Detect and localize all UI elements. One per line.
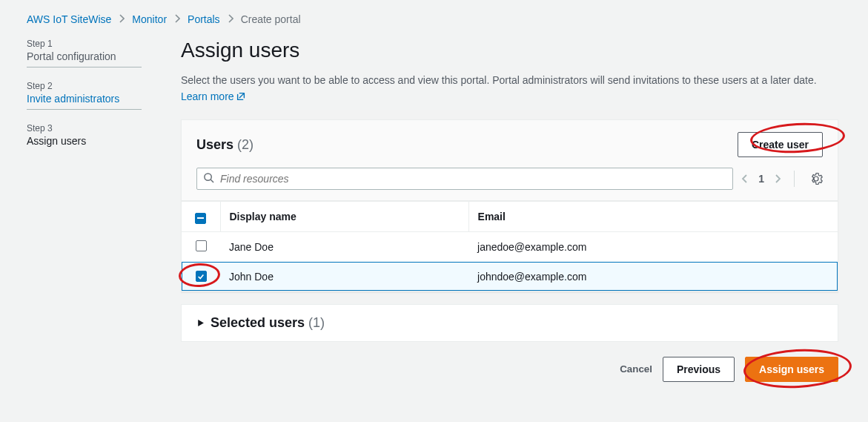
cancel-button[interactable]: Cancel (620, 363, 652, 375)
page-prev-icon[interactable] (739, 173, 751, 185)
step-title: Portal configuration (27, 49, 178, 62)
breadcrumb-sep (174, 13, 180, 25)
breadcrumb-portals[interactable]: Portals (188, 13, 220, 25)
cell-display-name: Jane Doe (220, 231, 468, 262)
users-panel: Users (2) Create user (181, 119, 838, 291)
table-row[interactable]: John Doe johndoe@example.com (182, 262, 838, 291)
wizard-step-nav: Step 1 Portal configuration Step 2 Invit… (0, 39, 178, 382)
step-num: Step 3 (27, 123, 178, 133)
row-checkbox[interactable] (196, 240, 207, 251)
divider (794, 171, 795, 187)
breadcrumb-root[interactable]: AWS IoT SiteWise (27, 13, 111, 25)
breadcrumb: AWS IoT SiteWise Monitor Portals Create … (0, 0, 868, 39)
page-title: Assign users (181, 39, 838, 62)
row-checkbox[interactable] (196, 271, 207, 282)
step-num: Step 1 (27, 39, 178, 49)
step-num: Step 2 (27, 81, 178, 91)
step-title: Assign users (27, 133, 178, 147)
page-next-icon[interactable] (772, 173, 783, 185)
select-all-checkbox[interactable] (195, 213, 206, 224)
search-icon (203, 172, 214, 185)
step-1[interactable]: Step 1 Portal configuration (27, 39, 178, 67)
wizard-footer: Cancel Previous Assign users (181, 357, 838, 382)
col-display-name[interactable]: Display name (220, 202, 468, 231)
step-3[interactable]: Step 3 Assign users (27, 123, 178, 147)
col-email[interactable]: Email (468, 202, 838, 231)
cell-email: janedoe@example.com (468, 231, 838, 262)
learn-more-link[interactable]: Learn more (181, 90, 246, 102)
cell-email: johndoe@example.com (468, 262, 838, 291)
expand-triangle-icon (196, 315, 205, 331)
breadcrumb-monitor[interactable]: Monitor (132, 13, 167, 25)
search-input-wrapper[interactable] (196, 168, 733, 190)
svg-point-0 (205, 174, 211, 180)
users-table: Display name Email Jane Doe janedoe@exam… (182, 201, 838, 291)
breadcrumb-sep (228, 13, 233, 25)
selected-users-panel[interactable]: Selected users (1) (181, 304, 838, 342)
assign-users-button[interactable]: Assign users (745, 357, 838, 382)
search-input[interactable] (220, 173, 726, 185)
pagination: 1 (739, 171, 823, 187)
breadcrumb-current: Create portal (241, 13, 301, 25)
step-title: Invite administrators (27, 91, 178, 105)
breadcrumb-sep (119, 13, 125, 25)
previous-button[interactable]: Previous (663, 357, 735, 382)
page-description: Select the users you want to be able to … (181, 73, 833, 106)
external-link-icon (236, 90, 246, 107)
settings-gear-icon[interactable] (809, 172, 823, 185)
page-number: 1 (758, 173, 764, 185)
cell-display-name: John Doe (220, 262, 468, 291)
step-2[interactable]: Step 2 Invite administrators (27, 81, 178, 110)
table-row[interactable]: Jane Doe janedoe@example.com (182, 231, 838, 262)
create-user-button[interactable]: Create user (738, 132, 823, 157)
users-panel-title: Users (2) (196, 137, 254, 153)
